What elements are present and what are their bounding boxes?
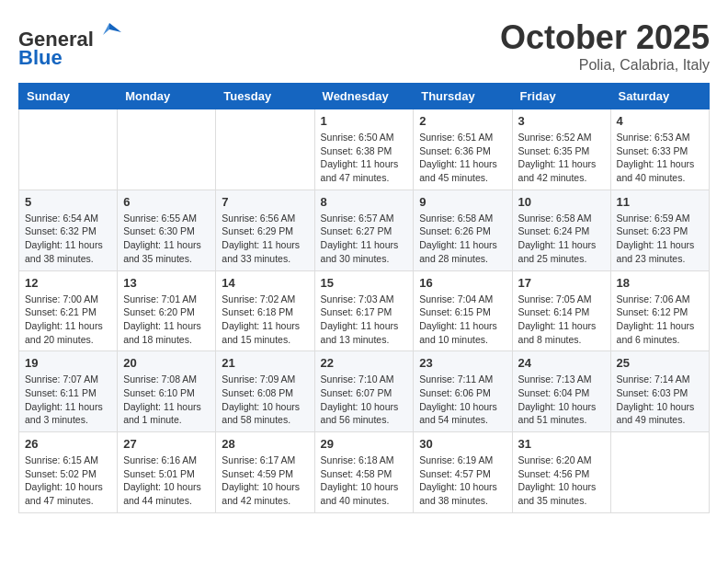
day-info: Sunrise: 7:00 AM Sunset: 6:21 PM Dayligh… [25,293,111,347]
calendar-table: SundayMondayTuesdayWednesdayThursdayFrid… [18,83,710,513]
calendar-cell: 20Sunrise: 7:08 AM Sunset: 6:10 PM Dayli… [118,351,216,432]
day-info: Sunrise: 6:15 AM Sunset: 5:02 PM Dayligh… [25,454,111,508]
calendar-cell [19,109,118,190]
svg-marker-1 [103,23,109,35]
calendar-cell: 16Sunrise: 7:04 AM Sunset: 6:15 PM Dayli… [414,270,512,351]
col-header-tuesday: Tuesday [216,84,314,109]
day-info: Sunrise: 6:56 AM Sunset: 6:29 PM Dayligh… [222,212,308,266]
calendar-cell: 3Sunrise: 6:52 AM Sunset: 6:35 PM Daylig… [512,109,610,190]
day-number: 7 [222,195,308,209]
calendar-cell: 4Sunrise: 6:53 AM Sunset: 6:33 PM Daylig… [610,109,709,190]
calendar-cell [118,109,216,190]
calendar-cell: 19Sunrise: 7:07 AM Sunset: 6:11 PM Dayli… [19,351,118,432]
calendar-cell: 6Sunrise: 6:55 AM Sunset: 6:30 PM Daylig… [118,190,216,270]
day-number: 22 [321,356,408,370]
calendar-cell: 28Sunrise: 6:17 AM Sunset: 4:59 PM Dayli… [216,432,314,513]
day-info: Sunrise: 6:20 AM Sunset: 4:56 PM Dayligh… [518,454,605,508]
month-title: October 2025 [500,18,710,57]
day-number: 26 [25,437,111,451]
day-info: Sunrise: 6:53 AM Sunset: 6:33 PM Dayligh… [617,131,703,185]
calendar-week-4: 26Sunrise: 6:15 AM Sunset: 5:02 PM Dayli… [19,432,710,513]
day-info: Sunrise: 7:10 AM Sunset: 6:07 PM Dayligh… [321,373,408,427]
day-info: Sunrise: 6:51 AM Sunset: 6:36 PM Dayligh… [419,131,506,185]
day-info: Sunrise: 7:01 AM Sunset: 6:20 PM Dayligh… [123,293,210,347]
day-number: 1 [321,114,408,128]
calendar-cell: 2Sunrise: 6:51 AM Sunset: 6:36 PM Daylig… [414,109,512,190]
day-info: Sunrise: 6:58 AM Sunset: 6:24 PM Dayligh… [518,212,605,266]
day-number: 2 [419,114,506,128]
day-number: 20 [123,356,210,370]
day-number: 9 [419,195,506,209]
day-number: 16 [419,276,506,290]
day-info: Sunrise: 7:05 AM Sunset: 6:14 PM Dayligh… [518,293,605,347]
day-info: Sunrise: 6:55 AM Sunset: 6:30 PM Dayligh… [123,212,210,266]
day-info: Sunrise: 6:57 AM Sunset: 6:27 PM Dayligh… [321,212,408,266]
calendar-week-1: 5Sunrise: 6:54 AM Sunset: 6:32 PM Daylig… [19,190,710,270]
day-number: 23 [419,356,506,370]
day-info: Sunrise: 7:14 AM Sunset: 6:03 PM Dayligh… [617,373,703,427]
day-number: 11 [617,195,703,209]
day-info: Sunrise: 7:07 AM Sunset: 6:11 PM Dayligh… [25,373,111,427]
col-header-saturday: Saturday [610,84,709,109]
day-number: 31 [518,437,605,451]
col-header-friday: Friday [512,84,610,109]
day-number: 29 [321,437,408,451]
col-header-wednesday: Wednesday [314,84,414,109]
day-number: 15 [321,276,408,290]
day-number: 30 [419,437,506,451]
title-block: October 2025 Polia, Calabria, Italy [500,18,710,74]
svg-marker-0 [109,23,121,32]
calendar-cell: 1Sunrise: 6:50 AM Sunset: 6:38 PM Daylig… [314,109,414,190]
col-header-sunday: Sunday [19,84,118,109]
day-number: 24 [518,356,605,370]
day-info: Sunrise: 6:17 AM Sunset: 4:59 PM Dayligh… [222,454,308,508]
calendar-cell: 11Sunrise: 6:59 AM Sunset: 6:23 PM Dayli… [610,190,709,270]
calendar-cell: 9Sunrise: 6:58 AM Sunset: 6:26 PM Daylig… [414,190,512,270]
calendar-cell: 12Sunrise: 7:00 AM Sunset: 6:21 PM Dayli… [19,270,118,351]
calendar-cell: 14Sunrise: 7:02 AM Sunset: 6:18 PM Dayli… [216,270,314,351]
calendar-cell: 26Sunrise: 6:15 AM Sunset: 5:02 PM Dayli… [19,432,118,513]
calendar-cell: 8Sunrise: 6:57 AM Sunset: 6:27 PM Daylig… [314,190,414,270]
calendar-cell: 29Sunrise: 6:18 AM Sunset: 4:58 PM Dayli… [314,432,414,513]
calendar-week-2: 12Sunrise: 7:00 AM Sunset: 6:21 PM Dayli… [19,270,710,351]
day-info: Sunrise: 6:16 AM Sunset: 5:01 PM Dayligh… [123,454,210,508]
calendar-cell: 7Sunrise: 6:56 AM Sunset: 6:29 PM Daylig… [216,190,314,270]
day-info: Sunrise: 7:06 AM Sunset: 6:12 PM Dayligh… [617,293,703,347]
location: Polia, Calabria, Italy [500,57,710,74]
day-number: 18 [617,276,703,290]
page-header: General Blue October 2025 Polia, Calabri… [18,18,710,74]
day-info: Sunrise: 6:58 AM Sunset: 6:26 PM Dayligh… [419,212,506,266]
col-header-monday: Monday [118,84,216,109]
day-info: Sunrise: 6:19 AM Sunset: 4:57 PM Dayligh… [419,454,506,508]
calendar-cell: 23Sunrise: 7:11 AM Sunset: 6:06 PM Dayli… [414,351,512,432]
calendar-cell: 15Sunrise: 7:03 AM Sunset: 6:17 PM Dayli… [314,270,414,351]
day-number: 4 [617,114,703,128]
day-info: Sunrise: 6:59 AM Sunset: 6:23 PM Dayligh… [617,212,703,266]
calendar-cell: 25Sunrise: 7:14 AM Sunset: 6:03 PM Dayli… [610,351,709,432]
calendar-cell [610,432,709,513]
logo-bird-icon [96,18,123,46]
calendar-week-3: 19Sunrise: 7:07 AM Sunset: 6:11 PM Dayli… [19,351,710,432]
calendar-cell: 17Sunrise: 7:05 AM Sunset: 6:14 PM Dayli… [512,270,610,351]
day-info: Sunrise: 7:02 AM Sunset: 6:18 PM Dayligh… [222,293,308,347]
day-info: Sunrise: 7:08 AM Sunset: 6:10 PM Dayligh… [123,373,210,427]
calendar-week-0: 1Sunrise: 6:50 AM Sunset: 6:38 PM Daylig… [19,109,710,190]
logo-blue: Blue [18,46,63,69]
logo: General Blue [18,18,123,69]
day-number: 8 [321,195,408,209]
calendar-cell: 22Sunrise: 7:10 AM Sunset: 6:07 PM Dayli… [314,351,414,432]
day-number: 10 [518,195,605,209]
day-number: 25 [617,356,703,370]
calendar-cell: 24Sunrise: 7:13 AM Sunset: 6:04 PM Dayli… [512,351,610,432]
day-number: 5 [25,195,111,209]
calendar-cell: 21Sunrise: 7:09 AM Sunset: 6:08 PM Dayli… [216,351,314,432]
calendar-cell: 30Sunrise: 6:19 AM Sunset: 4:57 PM Dayli… [414,432,512,513]
day-number: 6 [123,195,210,209]
day-info: Sunrise: 7:11 AM Sunset: 6:06 PM Dayligh… [419,373,506,427]
calendar-cell: 27Sunrise: 6:16 AM Sunset: 5:01 PM Dayli… [118,432,216,513]
day-info: Sunrise: 7:03 AM Sunset: 6:17 PM Dayligh… [321,293,408,347]
day-info: Sunrise: 7:04 AM Sunset: 6:15 PM Dayligh… [419,293,506,347]
day-number: 27 [123,437,210,451]
day-info: Sunrise: 6:50 AM Sunset: 6:38 PM Dayligh… [321,131,408,185]
day-number: 3 [518,114,605,128]
